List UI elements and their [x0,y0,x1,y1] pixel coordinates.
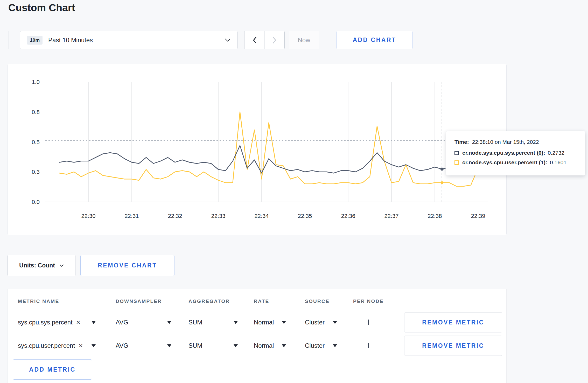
rate-select[interactable]: Normal [254,319,286,326]
crosshair-point [440,168,444,171]
y-tick-label: 0.0 [32,199,40,205]
source-value: Cluster [305,342,325,349]
now-button[interactable]: Now [289,31,319,49]
tooltip-series-value: 0.1601 [550,159,566,166]
tooltip-series-row: cr.node.sys.cpu.sys.percent (0): 0.2732 [454,150,577,156]
x-tick-label: 22:36 [341,213,355,219]
tooltip-time-row: Time:22:38:10 on Mar 15th, 2022 [454,139,577,145]
series-line [60,145,485,173]
y-tick-label: 0.3 [32,169,40,175]
tooltip-series-name: cr.node.sys.cpu.sys.percent (0): [462,150,545,156]
caret-down-icon [167,321,171,324]
caret-down-icon [234,344,238,347]
custom-chart-plot[interactable]: 1.00.80.50.30.022:3022:3122:3222:3322:34… [8,64,507,236]
rate-value: Normal [254,319,274,326]
chevron-right-icon [272,37,277,44]
tooltip-series-value: 0.2732 [548,150,564,156]
y-tick-label: 0.5 [32,139,40,145]
x-tick-label: 22:31 [124,213,139,219]
caret-down-icon [167,344,171,347]
series-swatch-icon [454,151,459,155]
caret-down-icon [282,321,286,324]
per-node-checkbox[interactable] [368,320,369,325]
x-tick-label: 22:39 [471,213,485,219]
prev-time-button[interactable] [244,31,264,49]
tooltip-time-label: Time: [454,139,469,145]
y-tick-label: 1.0 [32,79,40,85]
x-tick-label: 22:38 [428,213,442,219]
downsampler-value: AVG [116,342,128,349]
col-header-metric-name: METRIC NAME [18,299,116,304]
col-header-source: SOURCE [305,299,353,304]
rate-value: Normal [254,342,274,349]
col-header-per-node: PER NODE [353,299,404,304]
units-dropdown[interactable]: Units: Count [8,255,75,276]
units-label: Units: Count [19,262,55,269]
remove-metric-button[interactable]: REMOVE METRIC [404,312,502,332]
downsampler-value: AVG [116,319,128,326]
aggregator-select[interactable]: SUM [188,342,238,349]
add-chart-button[interactable]: ADD CHART [337,31,412,49]
x-tick-label: 22:30 [81,213,95,219]
time-range-label: Past 10 Minutes [48,37,225,44]
downsampler-select[interactable]: AVG [116,319,171,326]
y-tick-label: 0.8 [32,109,40,115]
tooltip-time-value: 22:38:10 on Mar 15th, 2022 [472,139,539,145]
remove-metric-button[interactable]: REMOVE METRIC [404,336,502,356]
x-tick-label: 22:32 [168,213,182,219]
x-tick-label: 22:37 [384,213,398,219]
chevron-left-icon [253,37,257,44]
tooltip-series-name: cr.node.sys.cpu.user.percent (1): [462,159,547,166]
col-header-aggregator: AGGREGATOR [188,299,254,304]
metric-row: sys.cpu.sys.percent × AVG SUM Normal Clu… [8,311,506,334]
clear-metric-icon[interactable]: × [79,342,83,349]
clear-metric-icon[interactable]: × [76,319,80,326]
source-select[interactable]: Cluster [305,342,337,349]
metric-name-value: sys.cpu.user.percent [18,342,75,349]
next-time-button[interactable] [264,31,284,49]
series-line [60,112,485,186]
x-tick-label: 22:34 [254,213,269,219]
x-tick-label: 22:33 [211,213,225,219]
caret-down-icon [234,321,238,324]
toolbar-left-divider [9,31,9,49]
col-header-downsampler: DOWNSAMPLER [116,299,188,304]
series-swatch-icon [454,160,459,165]
page-title: Custom Chart [8,2,75,13]
metrics-table-card: METRIC NAME DOWNSAMPLER AGGREGATOR RATE … [8,289,507,383]
rate-select[interactable]: Normal [254,342,286,349]
metric-row: sys.cpu.user.percent × AVG SUM Normal Cl… [8,334,506,357]
x-tick-label: 22:35 [298,213,312,219]
caret-down-icon [333,344,337,347]
add-metric-button[interactable]: ADD METRIC [13,359,92,380]
time-range-badge: 10m [27,36,43,45]
downsampler-select[interactable]: AVG [116,342,171,349]
col-header-rate: RATE [254,299,305,304]
tooltip-series-row: cr.node.sys.cpu.user.percent (1): 0.1601 [454,159,577,166]
crosshair-point [441,181,443,184]
source-select[interactable]: Cluster [305,319,337,326]
per-node-checkbox[interactable] [368,343,369,348]
aggregator-select[interactable]: SUM [188,319,238,326]
time-nav-group [244,31,285,49]
caret-down-icon [333,321,337,324]
caret-down-icon [92,344,96,347]
metric-name-select[interactable]: sys.cpu.user.percent × [18,342,96,349]
metric-name-select[interactable]: sys.cpu.sys.percent × [18,319,96,326]
chevron-down-icon [225,38,230,42]
aggregator-value: SUM [188,319,202,326]
time-range-dropdown[interactable]: 10m Past 10 Minutes [20,31,237,49]
metrics-table-header: METRIC NAME DOWNSAMPLER AGGREGATOR RATE … [8,289,506,307]
chart-hover-tooltip: Time:22:38:10 on Mar 15th, 2022 cr.node.… [446,131,585,175]
custom-chart-card: 1.00.80.50.30.022:3022:3122:3222:3322:34… [8,64,507,235]
caret-down-icon [92,321,96,324]
caret-down-icon [282,344,286,347]
aggregator-value: SUM [188,342,202,349]
source-value: Cluster [305,319,325,326]
remove-chart-button[interactable]: REMOVE CHART [80,255,174,276]
metric-name-value: sys.cpu.sys.percent [18,319,73,326]
chevron-down-icon [60,264,64,267]
